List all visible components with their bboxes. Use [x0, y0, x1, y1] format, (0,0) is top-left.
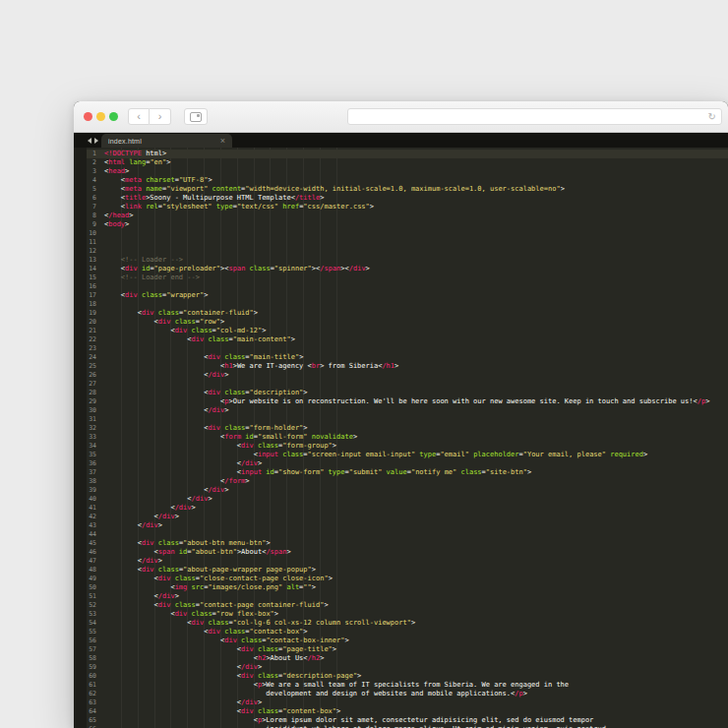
code-line[interactable]: 8</head>	[74, 212, 728, 220]
code-text: <!DOCTYPE html>	[100, 150, 166, 158]
code-line[interactable]: 23	[74, 344, 728, 353]
code-line[interactable]: 34 <div class="form-group">	[74, 442, 728, 451]
tab-title: index.html	[108, 138, 220, 145]
code-line[interactable]: 35 <input class="screen-input email-inpu…	[74, 451, 728, 459]
tab-bar: index.html ×	[74, 133, 728, 148]
code-line[interactable]: 36 </div>	[74, 459, 728, 468]
code-line[interactable]: 25 <h1>We are IT-agency <br> from Siberi…	[74, 362, 728, 371]
code-line[interactable]: 26 </div>	[74, 371, 728, 380]
code-line[interactable]: 58 <h2>About Us</h2>	[74, 654, 728, 663]
code-line[interactable]: 38 </form>	[74, 477, 728, 486]
code-line[interactable]: 51 </div>	[74, 592, 728, 601]
code-text: <img src="images/close.png" alt="">	[100, 583, 316, 592]
code-line[interactable]: 60 <div class="description-page">	[74, 672, 728, 681]
zoom-window-button[interactable]	[109, 112, 118, 121]
tab-scroll-left-icon[interactable]	[88, 138, 91, 144]
tab-scroll-right-icon[interactable]	[94, 138, 98, 144]
code-text: <span id="about-btn">About</span>	[100, 548, 291, 557]
code-line[interactable]: 11	[74, 238, 728, 247]
code-text: <head>	[100, 167, 129, 176]
code-text: <div class="description-page">	[100, 672, 361, 681]
code-line[interactable]: 7 <link rel="stylesheet" type="text/css"…	[74, 203, 728, 212]
code-line[interactable]: 65 <p>Lorem ipsum dolor sit amet, consec…	[74, 716, 728, 725]
code-line[interactable]: 40 </div>	[74, 495, 728, 504]
code-line[interactable]: 4 <meta charset="UTF-8">	[74, 176, 728, 185]
code-line[interactable]: 5 <meta name="viewport" content="width=d…	[74, 185, 728, 194]
code-line[interactable]: 52 <div class="contact-page container-fl…	[74, 601, 728, 610]
code-line[interactable]: 17 <div class="wrapper">	[74, 291, 728, 300]
code-line[interactable]: 3<head>	[74, 167, 728, 176]
url-input[interactable]	[348, 109, 721, 124]
code-line[interactable]: 15 <!-- Loader end -->	[74, 273, 728, 282]
code-line[interactable]: 62 development and design of websites an…	[74, 690, 728, 698]
code-line[interactable]: 30 </div>	[74, 406, 728, 415]
close-window-button[interactable]	[84, 112, 92, 121]
code-line[interactable]: 55 <div class="contact-box">	[74, 628, 728, 637]
code-text: </div>	[100, 592, 179, 601]
code-line[interactable]: 27	[74, 380, 728, 389]
tab-index-html[interactable]: index.html ×	[101, 134, 232, 148]
code-line[interactable]: 47 </div>	[74, 557, 728, 566]
code-line[interactable]: 21 <div class="col-md-12">	[74, 327, 728, 335]
code-line[interactable]: 48 <div class="about-page-wrapper page-p…	[74, 566, 728, 575]
code-line[interactable]: 46 <span id="about-btn">About</span>	[74, 548, 728, 557]
back-button[interactable]: ‹	[128, 108, 150, 125]
reload-icon[interactable]: ↻	[708, 111, 716, 123]
code-line[interactable]: 42 </div>	[74, 513, 728, 521]
code-line[interactable]: 33 <form id="small-form" novalidate>	[74, 433, 728, 442]
minimize-window-button[interactable]	[96, 112, 105, 121]
forward-button[interactable]: ›	[150, 108, 171, 125]
code-line[interactable]: 56 <div class="contact-box-inner">	[74, 637, 728, 645]
code-line[interactable]: 10	[74, 229, 728, 238]
tab-close-icon[interactable]: ×	[220, 137, 225, 146]
code-line[interactable]: 39 </div>	[74, 486, 728, 495]
code-line[interactable]: 32 <div class="form-holder">	[74, 424, 728, 433]
code-line[interactable]: 44	[74, 530, 728, 539]
code-text	[100, 247, 104, 256]
code-lines: 1<!DOCTYPE html>2<html lang="en">3<head>…	[74, 148, 728, 728]
code-line[interactable]: 22 <div class="main-content">	[74, 335, 728, 344]
code-text: <div class="about-btn menu-btn">	[100, 539, 271, 548]
code-line[interactable]: 43 </div>	[74, 521, 728, 530]
code-line[interactable]: 29 <p>Our website is on reconstruction. …	[74, 397, 728, 406]
code-text	[100, 415, 104, 424]
code-line[interactable]: 61 <p>We are a small team of IT speciali…	[74, 681, 728, 690]
code-line[interactable]: 20 <div class="row">	[74, 318, 728, 327]
code-line[interactable]: 24 <div class="main-title">	[74, 353, 728, 362]
code-line[interactable]: 19 <div class="container-fluid">	[74, 309, 728, 318]
code-line[interactable]: 6 <title>Soony - Multipurpose HTML Templ…	[74, 194, 728, 203]
code-text: <div class="col-md-12">	[100, 327, 266, 335]
code-line[interactable]: 57 <div class="page-title">	[74, 645, 728, 654]
code-line[interactable]: 50 <img src="images/close.png" alt="">	[74, 583, 728, 592]
code-line[interactable]: 13 <!-- Loader -->	[74, 256, 728, 265]
code-line[interactable]: 12	[74, 247, 728, 256]
code-line[interactable]: 28 <div class="description">	[74, 389, 728, 397]
code-line[interactable]: 54 <div class="col-lg-6 col-xs-12 column…	[74, 619, 728, 628]
nav-buttons: ‹ ›	[128, 108, 171, 125]
code-line[interactable]: 2<html lang="en">	[74, 158, 728, 167]
code-line[interactable]: 37 <input id="show-form" type="submit" v…	[74, 468, 728, 477]
code-line[interactable]: 31	[74, 415, 728, 424]
code-line[interactable]: 16	[74, 282, 728, 291]
code-text: <div class="content-box">	[100, 707, 340, 716]
code-line[interactable]: 9<body>	[74, 220, 728, 229]
code-line[interactable]: 53 <div class="row flex-box">	[74, 610, 728, 619]
code-line[interactable]: 63 </div>	[74, 698, 728, 707]
code-line[interactable]: 59 </div>	[74, 663, 728, 672]
code-line[interactable]: 18	[74, 300, 728, 309]
code-line[interactable]: 49 <div class="close-contact-page close-…	[74, 575, 728, 583]
code-text: <p>We are a small team of IT specialists…	[100, 681, 569, 690]
code-text: <div class="row">	[100, 318, 224, 327]
code-line[interactable]: 14 <div id="page-preloader"><span class=…	[74, 265, 728, 273]
tabs-overview-button[interactable]	[184, 108, 208, 125]
code-text: <input id="show-form" type="submit" valu…	[100, 468, 531, 477]
code-text: <body>	[100, 220, 129, 229]
code-line[interactable]: 1<!DOCTYPE html>	[74, 150, 728, 158]
code-text: <meta name="viewport" content="width=dev…	[100, 185, 565, 194]
code-line[interactable]: 45 <div class="about-btn menu-btn">	[74, 539, 728, 548]
code-line[interactable]: 64 <div class="content-box">	[74, 707, 728, 716]
code-area[interactable]: 1<!DOCTYPE html>2<html lang="en">3<head>…	[74, 148, 728, 728]
code-text: <link rel="stylesheet" type="text/css" h…	[100, 203, 374, 212]
code-text	[100, 282, 104, 291]
code-line[interactable]: 41 </div>	[74, 504, 728, 513]
